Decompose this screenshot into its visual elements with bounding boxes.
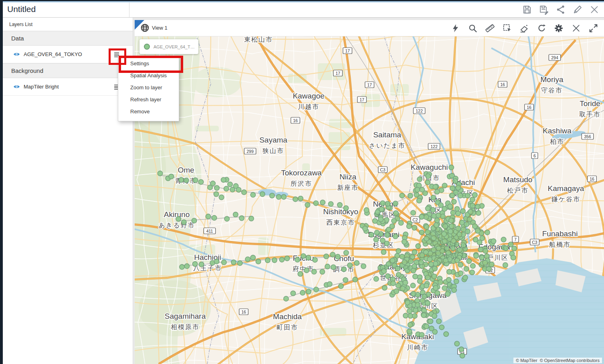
svg-text:Nishitokyo: Nishitokyo (323, 207, 358, 216)
erase-icon[interactable] (519, 23, 529, 33)
svg-text:299: 299 (246, 149, 254, 154)
svg-text:町田市: 町田市 (277, 324, 298, 331)
menu-item-zoom-to-layer[interactable]: Zoom to layer (118, 82, 179, 94)
svg-text:鎌ケ谷市: 鎌ケ谷市 (551, 196, 580, 203)
titlebar-divider (129, 2, 129, 17)
close-icon[interactable] (571, 23, 581, 33)
section-header-background[interactable]: Background (3, 63, 133, 78)
svg-text:Funabashi: Funabashi (542, 229, 578, 238)
layers-list: DataAGE_OVER_64_TOKYOBackgroundMapTiler … (3, 31, 133, 96)
svg-text:所沢市: 所沢市 (291, 180, 312, 187)
layer-row[interactable]: MapTiler Bright (3, 78, 133, 96)
legend-dot-icon (144, 44, 150, 50)
svg-text:C2: C2 (412, 217, 418, 222)
svg-text:Matsudo: Matsudo (503, 175, 533, 184)
svg-text:府中市: 府中市 (293, 265, 314, 272)
svg-text:16: 16 (500, 82, 505, 87)
map-panel: View 1 東松山市Kawagoe川越市Sayama狭山市Saitamaさいた… (135, 20, 604, 364)
svg-text:東松山市: 東松山市 (244, 36, 273, 43)
svg-text:相模原市: 相模原市 (171, 324, 200, 330)
svg-text:6: 6 (533, 153, 536, 158)
svg-text:Toride: Toride (580, 99, 600, 108)
svg-text:Kamagaya: Kamagaya (548, 184, 584, 193)
search-icon[interactable] (467, 23, 478, 33)
menu-item-settings[interactable]: Settings (118, 58, 179, 70)
globe-icon (140, 23, 150, 34)
window-left-strip (0, 0, 3, 364)
titlebar-actions (521, 4, 600, 15)
map-canvas[interactable]: 東松山市Kawagoe川越市Sayama狭山市Saitamaさいたま市Tokor… (135, 36, 604, 364)
eye-icon[interactable] (13, 83, 20, 90)
save-icon[interactable] (521, 4, 533, 15)
svg-text:西東京市: 西東京市 (326, 219, 355, 226)
svg-text:Ome: Ome (178, 166, 194, 174)
layer-context-menu: SettingsSpatial AnalysisZoom to layerRef… (118, 56, 179, 121)
svg-text:Kawagoe: Kawagoe (293, 92, 324, 100)
svg-text:守谷市: 守谷市 (541, 87, 563, 94)
lightning-icon[interactable] (450, 23, 461, 33)
svg-text:16: 16 (590, 177, 594, 181)
legend-label: AGE_OVER_64_T… (154, 44, 195, 49)
svg-text:17: 17 (345, 48, 350, 53)
measure-icon[interactable] (485, 23, 495, 33)
settings-icon[interactable] (553, 23, 564, 33)
svg-text:狭山市: 狭山市 (262, 147, 284, 154)
eye-icon[interactable] (13, 51, 20, 58)
view-title: View 1 (152, 25, 168, 31)
menu-item-spatial-analysis[interactable]: Spatial Analysis (118, 70, 179, 82)
svg-text:川崎市: 川崎市 (407, 344, 428, 351)
view-toolbar (450, 20, 598, 36)
view-header: View 1 (135, 20, 604, 36)
svg-text:294: 294 (551, 55, 558, 60)
svg-text:Machida: Machida (273, 312, 302, 321)
map-image[interactable]: 東松山市Kawagoe川越市Sayama狭山市Saitamaさいたま市Tokor… (135, 36, 604, 364)
svg-text:Tokorozawa: Tokorozawa (281, 169, 322, 177)
svg-text:16: 16 (527, 105, 531, 110)
map-attribution: © MapTiler © OpenStreetMap contributors (513, 358, 602, 363)
svg-text:Kawaguchi: Kawaguchi (411, 163, 448, 171)
fullscreen-icon[interactable] (588, 23, 598, 33)
map-legend-chip[interactable]: AGE_OVER_64_T… (139, 39, 198, 54)
layer-name: AGE_OVER_64_TOKYO (24, 51, 113, 57)
svg-text:7: 7 (514, 237, 517, 242)
titlebar: Untitled (3, 2, 604, 18)
svg-text:新座市: 新座市 (337, 184, 359, 191)
svg-text:Saitama: Saitama (373, 131, 401, 139)
svg-text:さいたま市: さいたま市 (369, 142, 406, 149)
svg-text:17: 17 (360, 97, 364, 102)
svg-text:Kashiwa: Kashiwa (543, 127, 572, 135)
svg-text:取手市: 取手市 (579, 111, 601, 118)
sidebar-title: Layers List (3, 17, 133, 31)
menu-item-remove[interactable]: Remove (118, 106, 179, 118)
svg-text:C3: C3 (532, 240, 537, 245)
save-as-icon[interactable] (538, 4, 549, 15)
layers-sidebar: Layers List DataAGE_OVER_64_TOKYOBackgro… (3, 17, 133, 364)
svg-text:411: 411 (206, 229, 213, 233)
svg-text:あきる野市: あきる野市 (158, 222, 195, 229)
svg-text:122: 122 (416, 109, 423, 113)
svg-text:16: 16 (241, 310, 246, 314)
svg-text:Niiza: Niiza (339, 173, 357, 181)
svg-text:17: 17 (335, 71, 340, 76)
svg-text:Sayama: Sayama (259, 136, 287, 144)
svg-text:C3: C3 (380, 167, 386, 172)
close-icon[interactable] (589, 4, 600, 15)
svg-text:17: 17 (367, 82, 372, 87)
menu-item-refresh-layer[interactable]: Refresh layer (118, 94, 179, 106)
box-select-icon[interactable] (502, 23, 512, 33)
svg-text:Moriya: Moriya (540, 75, 563, 84)
svg-text:356: 356 (584, 134, 591, 139)
edit-icon[interactable] (572, 4, 583, 15)
app-window: { "window": { "title": "Untitled" }, "ti… (0, 0, 604, 364)
svg-text:川越市: 川越市 (298, 103, 319, 110)
svg-text:Sagamihara: Sagamihara (165, 312, 206, 320)
refresh-icon[interactable] (536, 23, 547, 33)
layer-row[interactable]: AGE_OVER_64_TOKYO (3, 46, 133, 63)
page-title: Untitled (7, 4, 36, 14)
layer-name: MapTiler Bright (24, 84, 113, 90)
svg-text:船橋市: 船橋市 (549, 241, 571, 248)
section-header-data[interactable]: Data (3, 31, 133, 46)
window-accent-strip (0, 1, 604, 2)
share-icon[interactable] (555, 4, 566, 15)
svg-text:松戸市: 松戸市 (507, 187, 529, 194)
